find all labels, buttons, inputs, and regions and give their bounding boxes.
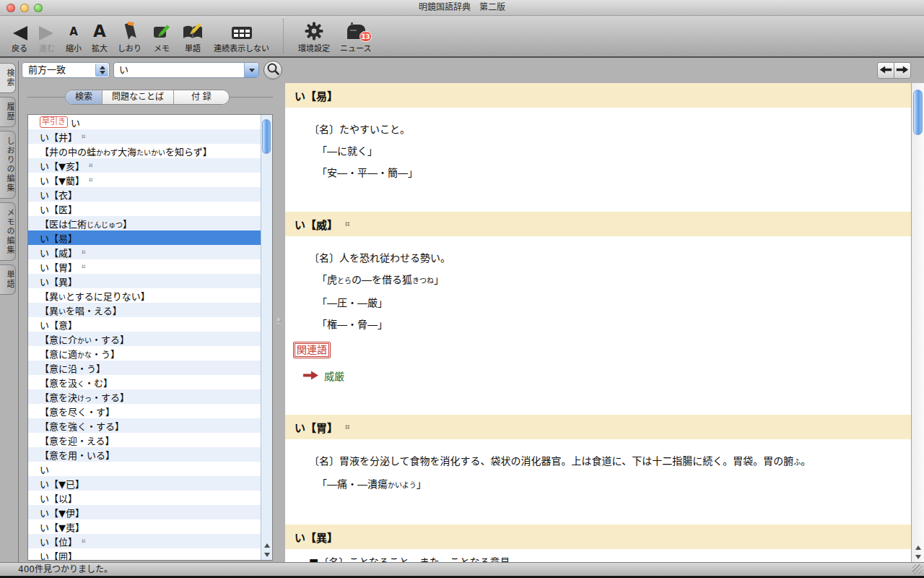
search-button[interactable] — [263, 61, 282, 79]
preferences-button[interactable]: 環境設定 — [293, 19, 335, 53]
list-item[interactable]: 【医は仁術じんじゅつ】 — [28, 216, 261, 230]
list-item-label: い【衣】 — [40, 188, 77, 202]
list-item[interactable]: い【▼已】 — [28, 476, 261, 491]
search-input[interactable]: い — [113, 62, 259, 78]
entry-definition: 〔名〕胃液を分泌して食物を消化する、袋状の消化器官。上は食道に、下は十二指腸に続… — [309, 454, 911, 470]
list-item[interactable]: 【意を迎・える】 — [28, 433, 261, 447]
list-item[interactable]: 【井の中の蛙かわず大海たいかいを知らず】 — [28, 144, 261, 158]
match-mode-dropdown[interactable]: 前方一致 — [22, 62, 110, 78]
back-arrow-icon — [11, 19, 28, 41]
sidebar-tab[interactable]: 履歴 — [0, 97, 16, 127]
panel-tab[interactable]: 検索 — [66, 90, 103, 104]
content-scroll-arrows — [912, 545, 924, 559]
content-scrollbar[interactable] — [911, 83, 924, 562]
status-text: 400件見つかりました。 — [18, 564, 113, 574]
list-item[interactable]: 【意に介かい・する】 — [28, 332, 261, 346]
list-item-label: い【胃】 — [40, 260, 77, 274]
list-item[interactable]: 【意を尽く・す】 — [28, 404, 261, 418]
scroll-up-icon[interactable] — [264, 543, 270, 548]
minimize-button-icon[interactable] — [20, 4, 29, 12]
list-item[interactable]: 【異いを唱・える】 — [28, 303, 261, 317]
entry-headword: い【威】 — [295, 217, 338, 232]
magnifier-icon — [266, 62, 280, 79]
content-scrollbar-thumb[interactable] — [913, 90, 923, 135]
news-button[interactable]: 13 ニュース — [335, 19, 376, 53]
list-item-label: 【意に沿・う】 — [40, 361, 105, 375]
panel-tab[interactable]: 問題なことば — [103, 90, 174, 104]
sidebar-tab[interactable]: 検索 — [0, 63, 16, 93]
news-badge: 13 — [359, 31, 372, 42]
sidebar-tab[interactable]: メモの編集 — [0, 202, 16, 261]
related-word-link[interactable]: 威厳 — [324, 371, 344, 382]
list-scrollbar-thumb[interactable] — [262, 119, 271, 154]
list-item-label: 【意を用・いる】 — [40, 448, 115, 462]
forward-button[interactable]: 進む — [33, 19, 61, 53]
list-item[interactable]: い【井】 ⌗ — [28, 129, 261, 144]
zoom-button-icon[interactable] — [34, 4, 43, 12]
entry-quote: 「―痛・―潰瘍かいよう」 — [317, 477, 911, 493]
list-item[interactable]: い【位】 ⌗ — [28, 534, 261, 548]
entry-quotes: 「虎とらの―を借る狐きつね」「―圧・―厳」「権―・脅―」 — [285, 272, 911, 332]
splitter-handle[interactable] — [276, 318, 282, 323]
list-item[interactable]: い — [28, 462, 261, 476]
list-item-label: い — [40, 462, 49, 476]
entry-heading: い【異】 — [285, 525, 911, 549]
sidebar-tab[interactable]: しおりの編集 — [0, 131, 16, 199]
list-item[interactable]: い【医】 — [28, 202, 261, 216]
entry-quote: 「―に就く」 — [317, 144, 911, 158]
list-item[interactable]: い【▼伊】 — [28, 505, 261, 519]
list-item[interactable]: い【威】 ⌗ — [28, 245, 261, 259]
entry-headword: い【易】 — [295, 88, 338, 103]
list-item-label: 【意に適かな・う】 — [40, 347, 120, 361]
bookmark-button[interactable]: しおり — [113, 19, 147, 53]
word-button[interactable]: 単語 — [177, 19, 209, 53]
list-item[interactable]: い【異】 — [28, 274, 261, 288]
close-button-icon[interactable] — [6, 4, 15, 12]
back-button[interactable]: 戻る — [6, 19, 33, 53]
list-item[interactable]: 【意を強く・する】 — [28, 418, 261, 433]
panel-tab[interactable]: 付 録 — [174, 90, 229, 104]
list-item-label: 【意に介かい・する】 — [40, 332, 129, 346]
list-item[interactable]: い【衣】 — [28, 187, 261, 202]
list-item[interactable]: 早引き い — [28, 115, 261, 129]
list-item-label: い【▼夷】 — [40, 520, 84, 534]
list-item[interactable]: 【意を汲く・む】 — [28, 375, 261, 389]
list-item[interactable]: 【異いとするに足りない】 — [28, 288, 261, 303]
accent-icon: ⌗ — [82, 132, 86, 141]
arrow-right-icon — [896, 64, 909, 77]
previous-entry-button[interactable] — [877, 62, 894, 79]
list-item[interactable]: い【▼夷】 — [28, 519, 261, 534]
list-item[interactable]: い【▼亥】 ⌗ — [28, 158, 261, 173]
scroll-down-icon[interactable] — [915, 555, 921, 559]
list-item[interactable]: い【▼藺】 ⌗ — [28, 173, 261, 187]
list-item[interactable]: 【意を決けっ・する】 — [28, 389, 261, 404]
scroll-down-icon[interactable] — [264, 553, 270, 557]
list-item[interactable]: い【易】 — [28, 230, 261, 245]
entry-quotes: 「―に就く」「安―・平―・簡―」 — [285, 144, 911, 180]
small-a-icon: A — [69, 19, 78, 41]
memo-button[interactable]: メモ — [147, 19, 177, 53]
entry-headword: い【異】 — [295, 530, 338, 545]
list-item-label: い【異】 — [40, 275, 77, 288]
history-dropdown-icon[interactable] — [244, 63, 258, 77]
list-item[interactable]: い【囲】 — [28, 548, 261, 560]
sidebar-tab[interactable]: 単語 — [0, 264, 16, 295]
list-item[interactable]: い【意】 — [28, 317, 261, 332]
next-entry-button[interactable] — [894, 62, 911, 79]
entry-definition: 〔名〕たやすいこと。 — [309, 122, 911, 137]
list-item[interactable]: い【以】 — [28, 491, 261, 505]
scroll-up-icon[interactable] — [915, 545, 921, 550]
continuous-display-toggle-button[interactable]: 連続表示しない — [209, 19, 274, 53]
shrink-text-button[interactable]: A 縮小 — [61, 19, 87, 53]
list-item[interactable]: 【意を用・いる】 — [28, 447, 261, 462]
list-scrollbar[interactable] — [261, 115, 272, 560]
list-item[interactable]: 【意に沿・う】 — [28, 361, 261, 375]
list-item[interactable]: 【意に適かな・う】 — [28, 346, 261, 361]
accent-icon: ⌗ — [82, 248, 86, 256]
list-item-label: い【以】 — [40, 491, 77, 505]
result-list: 早引き い い【井】 ⌗ 【井の中の蛙かわず大海たいかいを知らず】 い【▼亥】 … — [28, 115, 261, 560]
word-book-pencil-icon — [182, 19, 204, 41]
enlarge-text-button[interactable]: A 拡大 — [87, 19, 113, 53]
resize-grip[interactable] — [912, 564, 923, 574]
list-item[interactable]: い【胃】 ⌗ — [28, 259, 261, 274]
